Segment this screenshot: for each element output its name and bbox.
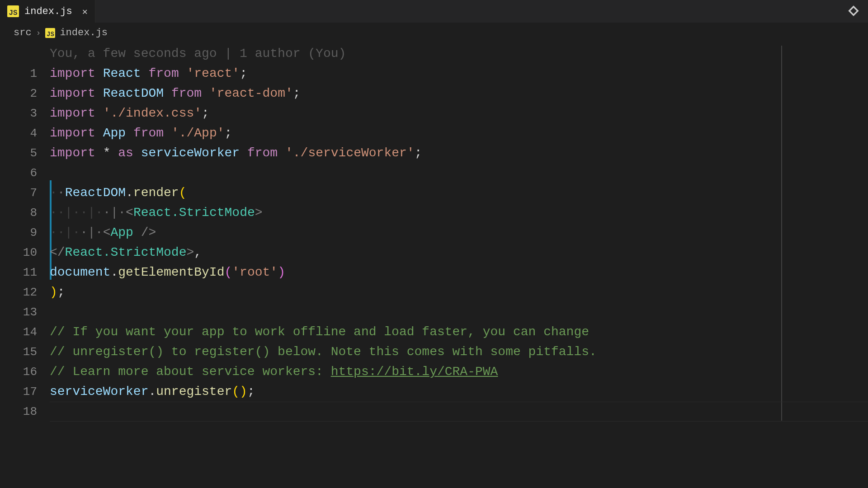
code-line: </React.StrictMode>, bbox=[50, 243, 868, 263]
tab-index-js[interactable]: JS index.js ✕ bbox=[0, 0, 95, 23]
code-editor[interactable]: 1 2 3 4 5 6 7 8 9 10 11 12 13 14 15 16 1… bbox=[0, 41, 868, 422]
code-line: ··|··|··|·<React.StrictMode> bbox=[50, 203, 868, 223]
code-line: // If you want your app to work offline … bbox=[50, 322, 868, 342]
code-line: document.getElementById('root') bbox=[50, 263, 868, 282]
code-line: import './index.css'; bbox=[50, 103, 868, 123]
line-number: 10 bbox=[0, 243, 37, 263]
code-line bbox=[50, 302, 868, 322]
line-number: 15 bbox=[0, 342, 37, 362]
code-line: import ReactDOM from 'react-dom'; bbox=[50, 84, 868, 103]
editor-tab-bar: JS index.js ✕ bbox=[0, 0, 868, 23]
code-line: serviceWorker.unregister(); bbox=[50, 382, 868, 402]
line-number: 18 bbox=[0, 402, 37, 422]
line-number: 3 bbox=[0, 103, 37, 123]
line-number: 4 bbox=[0, 123, 37, 143]
line-number: 11 bbox=[0, 263, 37, 282]
code-line: // Learn more about service workers: htt… bbox=[50, 362, 868, 382]
line-number: 5 bbox=[0, 143, 37, 163]
code-line: // unregister() to register() below. Not… bbox=[50, 342, 868, 362]
line-number: 2 bbox=[0, 84, 37, 103]
javascript-icon: JS bbox=[45, 28, 55, 38]
line-number: 6 bbox=[0, 163, 37, 183]
tabs-container: JS index.js ✕ bbox=[0, 0, 95, 23]
code-line bbox=[50, 163, 868, 183]
line-number: 1 bbox=[0, 64, 37, 84]
line-number: 17 bbox=[0, 382, 37, 402]
code-line: import * as serviceWorker from './servic… bbox=[50, 143, 868, 163]
code-line: ··ReactDOM.render( bbox=[50, 183, 868, 203]
line-number: 14 bbox=[0, 322, 37, 342]
line-number: 16 bbox=[0, 362, 37, 382]
code-content[interactable]: You, a few seconds ago | 1 author (You) … bbox=[50, 44, 868, 422]
code-line: ··|··|·<App /> bbox=[50, 223, 868, 243]
close-icon[interactable]: ✕ bbox=[82, 6, 88, 17]
git-blame-annotation: You, a few seconds ago | 1 author (You) bbox=[50, 44, 868, 64]
code-line: ); bbox=[50, 282, 868, 302]
code-line: import React from 'react'; bbox=[50, 64, 868, 84]
breadcrumb-file[interactable]: index.js bbox=[60, 27, 108, 38]
line-number: 13 bbox=[0, 302, 37, 322]
line-number: 9 bbox=[0, 223, 37, 243]
line-number: 7 bbox=[0, 183, 37, 203]
breadcrumb-folder[interactable]: src bbox=[14, 27, 32, 38]
breadcrumb[interactable]: src › JS index.js bbox=[0, 23, 868, 41]
javascript-icon: JS bbox=[7, 5, 19, 17]
line-number: 12 bbox=[0, 282, 37, 302]
source-control-icon[interactable] bbox=[847, 0, 868, 23]
tab-label: index.js bbox=[24, 6, 72, 17]
code-line: import App from './App'; bbox=[50, 123, 868, 143]
chevron-right-icon: › bbox=[36, 28, 41, 38]
line-number-gutter: 1 2 3 4 5 6 7 8 9 10 11 12 13 14 15 16 1… bbox=[0, 44, 50, 422]
code-line bbox=[50, 402, 868, 422]
line-number: 8 bbox=[0, 203, 37, 223]
